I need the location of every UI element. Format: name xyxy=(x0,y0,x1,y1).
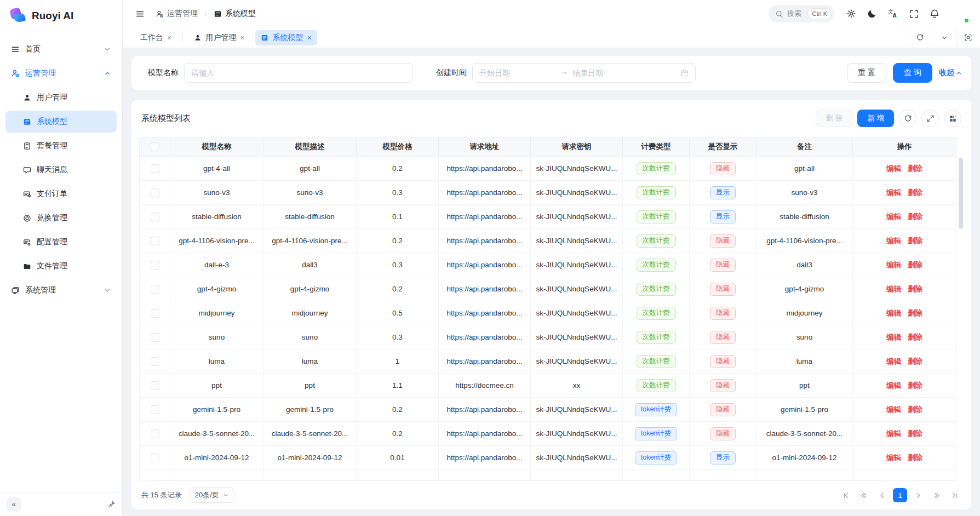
row-checkbox[interactable] xyxy=(151,188,159,197)
start-date-input[interactable] xyxy=(479,68,556,77)
notification-bell-icon[interactable] xyxy=(925,4,944,23)
table-fullscreen-icon[interactable] xyxy=(921,110,939,127)
edit-link[interactable]: 编辑 xyxy=(886,429,901,439)
delete-link[interactable]: 删除 xyxy=(908,284,922,294)
cell-remark: ppt xyxy=(757,374,853,397)
edit-link[interactable]: 编辑 xyxy=(886,308,901,318)
row-checkbox[interactable] xyxy=(151,429,159,438)
search-button[interactable]: 查 询 xyxy=(893,63,932,83)
tab-system-model[interactable]: 系统模型 × xyxy=(255,30,317,45)
collapse-filter-link[interactable]: 收起 xyxy=(939,68,962,78)
table-header-row: 模型名称 模型描述 模型价格 请求地址 请求密钥 计费类型 是否显示 备注 操作 xyxy=(140,137,956,157)
delete-link[interactable]: 删除 xyxy=(908,164,922,174)
sidebar-item-chat-messages[interactable]: 聊天消息 xyxy=(5,159,117,181)
tab-user-management[interactable]: 用户管理 × xyxy=(188,30,250,45)
previous-page-icon[interactable] xyxy=(875,488,889,502)
sidebar-item-payment-orders[interactable]: 支付订单 xyxy=(5,183,117,205)
calendar-icon[interactable] xyxy=(680,69,689,77)
delete-link[interactable]: 删除 xyxy=(908,453,922,463)
select-all-checkbox[interactable] xyxy=(151,142,159,151)
sidebar-item-user-management[interactable]: 用户管理 xyxy=(5,87,117,108)
table-refresh-icon[interactable] xyxy=(899,110,916,127)
cell-request-url: https://api.pandarobo... xyxy=(439,398,531,421)
edit-link[interactable]: 编辑 xyxy=(886,188,901,198)
sidebar-item-package-management[interactable]: 套餐管理 xyxy=(5,135,117,157)
sidebar-item-system-model[interactable]: 系统模型 xyxy=(5,111,117,133)
row-checkbox[interactable] xyxy=(151,261,159,270)
row-checkbox[interactable] xyxy=(151,285,159,294)
table-vertical-scrollbar[interactable] xyxy=(959,158,963,229)
language-translate-icon[interactable] xyxy=(884,4,902,23)
page-size-select[interactable]: 20条/页 xyxy=(190,488,234,503)
next-page-icon[interactable] xyxy=(911,488,925,502)
delete-link[interactable]: 删除 xyxy=(908,429,922,439)
delete-link[interactable]: 删除 xyxy=(908,188,922,198)
sidebar-item-file-management[interactable]: 文件管理 xyxy=(5,255,117,277)
content-fullscreen-icon[interactable] xyxy=(956,27,980,48)
row-checkbox[interactable] xyxy=(151,164,159,173)
edit-link[interactable]: 编辑 xyxy=(886,453,901,463)
breadcrumb-section[interactable]: 运营管理 xyxy=(156,9,198,19)
last-page-icon[interactable] xyxy=(947,488,961,502)
delete-link[interactable]: 删除 xyxy=(908,260,922,270)
edit-link[interactable]: 编辑 xyxy=(886,332,901,342)
edit-link[interactable]: 编辑 xyxy=(886,212,901,222)
pin-icon[interactable] xyxy=(107,500,116,508)
jump-back-icon[interactable] xyxy=(857,488,871,502)
dark-mode-moon-icon[interactable] xyxy=(863,4,881,23)
sidebar-item-system-management[interactable]: 系统管理 xyxy=(5,279,117,301)
row-checkbox[interactable] xyxy=(151,357,159,366)
date-range-picker[interactable] xyxy=(472,63,696,83)
sidebar-collapse-button[interactable]: « xyxy=(7,497,21,512)
sidebar-footer: « xyxy=(0,492,122,516)
delete-link[interactable]: 删除 xyxy=(908,332,922,342)
delete-link[interactable]: 删除 xyxy=(908,357,922,366)
sidebar-item-home[interactable]: 首页 xyxy=(5,38,117,60)
column-settings-icon[interactable] xyxy=(944,110,961,127)
sidebar-item-exchange-management[interactable]: 兑换管理 xyxy=(5,207,117,229)
tab-close-icon[interactable]: × xyxy=(307,34,311,42)
delete-link[interactable]: 删除 xyxy=(908,236,922,246)
delete-link[interactable]: 删除 xyxy=(908,212,922,222)
edit-link[interactable]: 编辑 xyxy=(886,260,901,270)
edit-link[interactable]: 编辑 xyxy=(886,405,901,415)
current-page-button[interactable]: 1 xyxy=(893,488,907,502)
refresh-tab-icon[interactable] xyxy=(908,27,932,48)
tab-close-icon[interactable]: × xyxy=(240,34,244,42)
row-checkbox[interactable] xyxy=(151,454,159,462)
first-page-icon[interactable] xyxy=(839,488,853,502)
row-checkbox[interactable] xyxy=(151,333,159,342)
billing-type-badge: 次数计费 xyxy=(637,234,676,248)
sidebar-item-operations[interactable]: 运营管理 xyxy=(5,62,117,84)
delete-link[interactable]: 删除 xyxy=(908,405,922,415)
row-checkbox[interactable] xyxy=(151,237,159,245)
row-checkbox[interactable] xyxy=(151,381,159,390)
jump-forward-icon[interactable] xyxy=(929,488,943,502)
model-name-input[interactable] xyxy=(184,63,413,83)
settings-gear-icon[interactable] xyxy=(842,4,861,23)
end-date-input[interactable] xyxy=(572,68,649,77)
user-avatar[interactable] xyxy=(950,4,969,23)
row-checkbox[interactable] xyxy=(151,405,159,414)
delete-selected-button[interactable]: 删 除 xyxy=(816,110,852,127)
edit-link[interactable]: 编辑 xyxy=(886,381,901,391)
breadcrumb-page[interactable]: 系统模型 xyxy=(214,9,256,19)
edit-link[interactable]: 编辑 xyxy=(886,164,901,174)
global-search[interactable]: 搜索 Ctrl K xyxy=(769,5,834,22)
delete-link[interactable]: 删除 xyxy=(908,381,922,391)
delete-link[interactable]: 删除 xyxy=(908,308,922,318)
list-icon xyxy=(261,34,268,42)
hamburger-menu-icon[interactable] xyxy=(130,4,149,23)
row-checkbox[interactable] xyxy=(151,309,159,318)
add-button[interactable]: 新 增 xyxy=(857,110,894,127)
edit-link[interactable]: 编辑 xyxy=(886,357,901,366)
sidebar-item-config-management[interactable]: 配置管理 xyxy=(5,231,117,253)
reset-button[interactable]: 重 置 xyxy=(847,63,886,83)
row-checkbox[interactable] xyxy=(151,213,159,221)
tab-close-icon[interactable]: × xyxy=(167,34,171,42)
edit-link[interactable]: 编辑 xyxy=(886,236,901,246)
tab-options-chevron-icon[interactable] xyxy=(932,27,956,48)
fullscreen-icon[interactable] xyxy=(904,4,923,23)
edit-link[interactable]: 编辑 xyxy=(886,284,901,294)
tab-workbench[interactable]: 工作台 × xyxy=(135,30,177,45)
